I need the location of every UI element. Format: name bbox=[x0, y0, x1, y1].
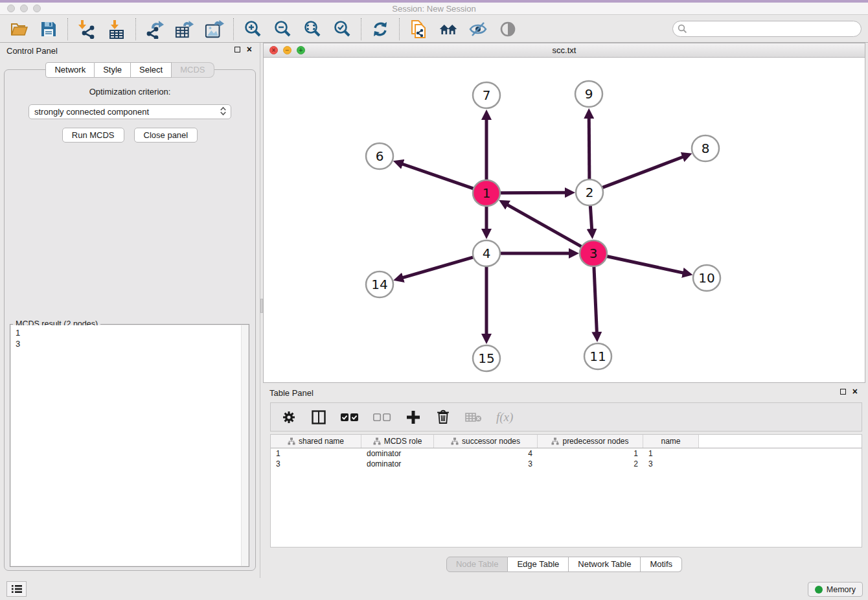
float-panel-icon[interactable] bbox=[234, 47, 240, 52]
cell[interactable]: 1 bbox=[643, 448, 699, 459]
graph-node-15[interactable]: 15 bbox=[473, 345, 500, 371]
toggle-view-icon[interactable] bbox=[498, 19, 518, 39]
column-header-name[interactable]: name bbox=[643, 435, 699, 448]
tab-select[interactable]: Select bbox=[131, 62, 172, 78]
graph-node-4[interactable]: 4 bbox=[473, 240, 500, 266]
open-folder-icon[interactable] bbox=[9, 19, 29, 39]
graph-node-3[interactable]: 3 bbox=[580, 240, 607, 266]
svg-text:2: 2 bbox=[586, 185, 594, 200]
cell[interactable]: 1 bbox=[271, 448, 361, 459]
tab-network[interactable]: Network bbox=[45, 62, 95, 78]
close-panel-icon[interactable]: × bbox=[247, 46, 252, 52]
tab-node-table[interactable]: Node Table bbox=[446, 557, 508, 572]
tab-mcds[interactable]: MCDS bbox=[172, 62, 214, 78]
zoom-fit-icon[interactable] bbox=[303, 19, 322, 39]
zoom-selected-icon[interactable] bbox=[332, 19, 352, 39]
cell[interactable]: 3 bbox=[643, 459, 699, 469]
svg-text:3: 3 bbox=[589, 246, 598, 261]
mcds-result-text[interactable]: 13 bbox=[11, 325, 248, 566]
table-row[interactable]: 1dominator411 bbox=[271, 448, 862, 459]
memory-button[interactable]: Memory bbox=[808, 582, 863, 597]
export-image-icon[interactable] bbox=[205, 19, 224, 39]
cell[interactable]: dominator bbox=[361, 448, 434, 459]
column-layout-icon[interactable] bbox=[311, 409, 326, 426]
column-header-shared-name[interactable]: shared name bbox=[271, 435, 361, 448]
control-panel-title: Control Panel bbox=[6, 46, 58, 56]
result-line: 3 bbox=[16, 338, 248, 349]
cell[interactable]: 3 bbox=[271, 459, 361, 469]
graph-node-1[interactable]: 1 bbox=[473, 180, 500, 206]
zoom-in-icon[interactable] bbox=[243, 19, 262, 39]
delete-column-icon[interactable] bbox=[435, 409, 451, 426]
import-table-icon[interactable] bbox=[107, 19, 126, 39]
run-mcds-button[interactable]: Run MCDS bbox=[62, 128, 124, 143]
close-table-panel-icon[interactable]: × bbox=[852, 388, 858, 395]
cell[interactable]: 4 bbox=[434, 448, 538, 459]
graph-node-9[interactable]: 9 bbox=[575, 81, 602, 107]
task-history-button[interactable] bbox=[6, 581, 27, 597]
edge-1-6[interactable] bbox=[402, 164, 474, 189]
graph-node-14[interactable]: 14 bbox=[366, 271, 393, 297]
optimization-criterion-label: Optimization criterion: bbox=[5, 87, 255, 97]
import-network-icon[interactable] bbox=[77, 19, 97, 39]
tab-style[interactable]: Style bbox=[95, 62, 131, 78]
graph-node-8[interactable]: 8 bbox=[692, 135, 719, 161]
cell[interactable]: 2 bbox=[538, 459, 643, 469]
graph-node-2[interactable]: 2 bbox=[576, 179, 603, 205]
criterion-select-value: strongly connected component bbox=[34, 107, 149, 117]
column-header-successor-nodes[interactable]: successor nodes bbox=[434, 435, 538, 448]
table-tabs: Node TableEdge TableNetwork TableMotifs bbox=[263, 557, 865, 572]
network-graph-canvas[interactable]: 7968124314101511 bbox=[264, 58, 865, 383]
tab-motifs[interactable]: Motifs bbox=[641, 557, 682, 572]
save-session-icon[interactable] bbox=[39, 19, 58, 39]
titlebar: Session: New Session bbox=[0, 3, 868, 15]
edge-3-1[interactable] bbox=[507, 205, 581, 247]
settings-gear-icon[interactable] bbox=[281, 409, 297, 426]
home-networks-icon[interactable] bbox=[439, 19, 458, 39]
graph-node-11[interactable]: 11 bbox=[584, 343, 611, 369]
memory-label: Memory bbox=[827, 585, 856, 594]
export-network-icon[interactable] bbox=[145, 19, 165, 39]
copy-network-icon[interactable] bbox=[409, 19, 428, 39]
add-column-icon[interactable] bbox=[405, 409, 421, 426]
zoom-out-icon[interactable] bbox=[273, 19, 292, 39]
edge-2-8[interactable] bbox=[602, 157, 684, 188]
graph-node-10[interactable]: 10 bbox=[693, 265, 720, 291]
svg-text:6: 6 bbox=[376, 148, 384, 164]
graph-node-7[interactable]: 7 bbox=[473, 82, 500, 108]
table-header-row: shared nameMCDS rolesuccessor nodesprede… bbox=[271, 435, 862, 448]
float-table-panel-icon[interactable] bbox=[840, 389, 846, 395]
mcds-tab-content: Optimization criterion: strongly connect… bbox=[4, 69, 256, 571]
graph-node-6[interactable]: 6 bbox=[366, 143, 393, 169]
select-all-icon[interactable] bbox=[341, 409, 359, 426]
cell[interactable]: 1 bbox=[538, 448, 643, 459]
cell[interactable]: 3 bbox=[434, 459, 538, 469]
tab-network-table[interactable]: Network Table bbox=[569, 557, 641, 572]
refresh-icon[interactable] bbox=[371, 19, 390, 39]
function-builder-icon[interactable]: f(x) bbox=[496, 409, 513, 426]
table-row[interactable]: 3dominator323 bbox=[271, 459, 862, 469]
result-scrollbar[interactable] bbox=[241, 325, 248, 566]
edge-4-14[interactable] bbox=[402, 257, 474, 278]
edge-3-10[interactable] bbox=[607, 256, 684, 273]
close-panel-button[interactable]: Close panel bbox=[134, 128, 198, 143]
svg-text:11: 11 bbox=[589, 349, 606, 364]
edge-1-2[interactable] bbox=[500, 192, 566, 193]
hide-view-icon[interactable] bbox=[468, 19, 488, 39]
edge-3-11[interactable] bbox=[594, 267, 597, 333]
delete-table-icon[interactable] bbox=[465, 409, 482, 426]
search-input[interactable] bbox=[672, 21, 862, 37]
edge-2-9[interactable] bbox=[589, 117, 589, 179]
export-table-icon[interactable] bbox=[175, 19, 194, 39]
column-header-MCDS-role[interactable]: MCDS role bbox=[361, 435, 434, 448]
column-header-predecessor-nodes[interactable]: predecessor nodes bbox=[538, 435, 643, 448]
deselect-all-icon[interactable] bbox=[373, 409, 391, 426]
criterion-select[interactable]: strongly connected component bbox=[29, 104, 231, 119]
svg-text:4: 4 bbox=[483, 246, 491, 261]
cell[interactable]: dominator bbox=[361, 459, 434, 469]
node-table[interactable]: shared nameMCDS rolesuccessor nodesprede… bbox=[270, 434, 862, 548]
tab-edge-table[interactable]: Edge Table bbox=[508, 557, 569, 572]
network-view-titlebar[interactable]: × − + scc.txt bbox=[264, 43, 865, 58]
edge-2-3[interactable] bbox=[590, 206, 591, 230]
memory-status-icon bbox=[815, 586, 823, 594]
